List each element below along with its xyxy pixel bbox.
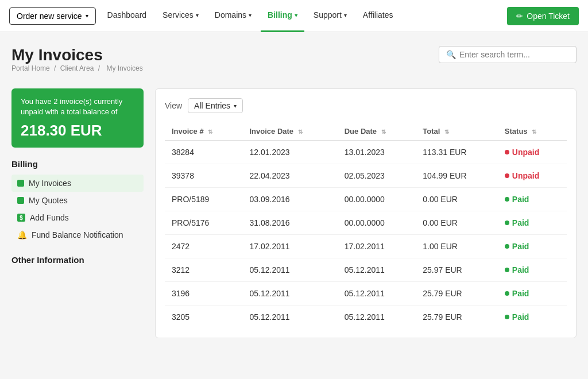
table-header-row: Invoice # ⇅ Invoice Date ⇅ Due Date ⇅ To… [165,122,567,141]
cell-due-date: 02.05.2023 [338,164,416,188]
invoices-icon [17,180,24,187]
status-badge: Paid [505,265,560,274]
status-dot-icon [505,150,509,154]
status-dot-icon [505,197,509,202]
breadcrumb-client-area[interactable]: Client Area [60,64,94,72]
col-due-date: Due Date ⇅ [338,122,416,141]
sort-icon-date: ⇅ [298,129,303,135]
billing-section-title: Billing [11,159,144,169]
order-new-service-button[interactable]: Order new service ▾ [9,7,96,25]
search-icon: 🔍 [446,50,456,59]
breadcrumb-portal-home[interactable]: Portal Home [11,64,50,72]
cell-total: 113.31 EUR [416,141,498,164]
cell-invoice: 3212 [165,258,242,282]
status-dot-icon [505,173,509,178]
status-dot-icon [505,268,509,272]
table-row[interactable]: 2472 17.02.2011 17.02.2011 1.00 EUR Paid [165,235,567,258]
cell-total: 25.79 EUR [416,282,498,305]
domains-caret-icon: ▾ [249,12,252,18]
cell-invoice: 38284 [165,141,242,164]
cell-due-date: 00.00.0000 [338,211,416,235]
status-dot-icon [505,221,509,225]
col-status: Status ⇅ [498,122,567,141]
cell-total: 1.00 EUR [416,235,498,258]
content-area: My Invoices Portal Home / Client Area / … [0,32,588,352]
nav-dashboard[interactable]: Dashboard [100,0,154,32]
sort-icon-invoice: ⇅ [208,129,212,135]
search-bar[interactable]: 🔍 [439,46,577,63]
table-area: View All Entries ▾ Invoice # ⇅ Invoice D… [155,88,577,338]
col-invoice-num: Invoice # ⇅ [165,122,242,141]
cell-invoice-date: 05.12.2011 [242,258,337,282]
cell-total: 25.79 EUR [416,305,498,329]
cell-invoice-date: 17.02.2011 [242,235,337,258]
sidebar: You have 2 invoice(s) currently unpaid w… [11,88,144,265]
nav-services[interactable]: Services ▾ [156,0,206,32]
nav-affiliates[interactable]: Affiliates [356,0,400,32]
open-ticket-label: Open Ticket [527,11,570,21]
sidebar-item-fund-balance[interactable]: 🔔 Fund Balance Notification [11,226,144,243]
status-badge: Paid [505,289,560,298]
cell-invoice: 3205 [165,305,242,329]
sidebar-menu: My Invoices My Quotes $ Add Funds 🔔 Fund… [11,175,144,243]
open-ticket-button[interactable]: ✏ Open Ticket [507,7,579,25]
other-information-title: Other Information [11,255,144,265]
cell-status: Paid [498,235,567,258]
view-select[interactable]: All Entries ▾ [188,98,243,113]
info-card-subtitle: You have 2 invoice(s) currently unpaid w… [21,96,134,117]
info-card: You have 2 invoice(s) currently unpaid w… [11,88,144,148]
view-select-value: All Entries [194,101,230,110]
cell-status: Paid [498,282,567,305]
sidebar-add-funds-label: Add Funds [30,213,69,222]
breadcrumb-sep2: / [98,64,102,72]
cell-due-date: 05.12.2011 [338,258,416,282]
support-caret-icon: ▾ [344,12,347,18]
page-title: My Invoices [11,46,145,64]
services-caret-icon: ▾ [196,12,199,18]
table-row[interactable]: PRO/5176 31.08.2016 00.00.0000 0.00 EUR … [165,211,567,235]
sort-icon-due: ⇅ [381,129,386,135]
ticket-icon: ✏ [516,11,523,21]
status-badge: Unpaid [505,148,560,157]
cell-invoice-date: 31.08.2016 [242,211,337,235]
add-funds-icon: $ [17,214,25,222]
title-block: My Invoices Portal Home / Client Area / … [11,46,145,84]
order-service-caret-icon: ▾ [86,13,88,19]
table-row[interactable]: 3205 05.12.2011 05.12.2011 25.79 EUR Pai… [165,305,567,329]
sidebar-item-add-funds[interactable]: $ Add Funds [11,209,144,226]
cell-status: Paid [498,305,567,329]
nav-domains[interactable]: Domains ▾ [208,0,258,32]
breadcrumb-current: My Invoices [106,64,142,72]
table-row[interactable]: PRO/5189 03.09.2016 00.00.0000 0.00 EUR … [165,188,567,211]
quotes-icon [17,197,24,204]
nav-support[interactable]: Support ▾ [307,0,354,32]
invoices-tbody: 38284 12.01.2023 13.01.2023 113.31 EUR U… [165,141,567,329]
cell-due-date: 13.01.2023 [338,141,416,164]
cell-total: 25.97 EUR [416,258,498,282]
cell-due-date: 05.12.2011 [338,305,416,329]
sidebar-item-my-invoices[interactable]: My Invoices [11,175,144,192]
sidebar-fund-balance-label: Fund Balance Notification [32,230,123,239]
navbar: Order new service ▾ Dashboard Services ▾… [0,0,588,32]
table-row[interactable]: 3212 05.12.2011 05.12.2011 25.97 EUR Pai… [165,258,567,282]
bell-icon: 🔔 [17,230,27,239]
table-row[interactable]: 3196 05.12.2011 05.12.2011 25.79 EUR Pai… [165,282,567,305]
cell-due-date: 17.02.2011 [338,235,416,258]
status-badge: Unpaid [505,171,560,180]
search-input[interactable] [459,50,569,59]
table-row[interactable]: 39378 22.04.2023 02.05.2023 104.99 EUR U… [165,164,567,188]
cell-due-date: 05.12.2011 [338,282,416,305]
cell-status: Unpaid [498,164,567,188]
sort-icon-status: ⇅ [532,129,536,135]
sort-icon-total: ⇅ [444,129,449,135]
order-service-label: Order new service [17,11,82,21]
invoices-table: Invoice # ⇅ Invoice Date ⇅ Due Date ⇅ To… [165,122,567,328]
cell-invoice-date: 05.12.2011 [242,305,337,329]
nav-billing[interactable]: Billing ▾ [261,0,304,32]
cell-invoice: 2472 [165,235,242,258]
nav-right: ✏ Open Ticket [507,7,579,25]
cell-invoice: 3196 [165,282,242,305]
sidebar-item-my-quotes[interactable]: My Quotes [11,192,144,209]
cell-invoice-date: 05.12.2011 [242,282,337,305]
table-row[interactable]: 38284 12.01.2023 13.01.2023 113.31 EUR U… [165,141,567,164]
